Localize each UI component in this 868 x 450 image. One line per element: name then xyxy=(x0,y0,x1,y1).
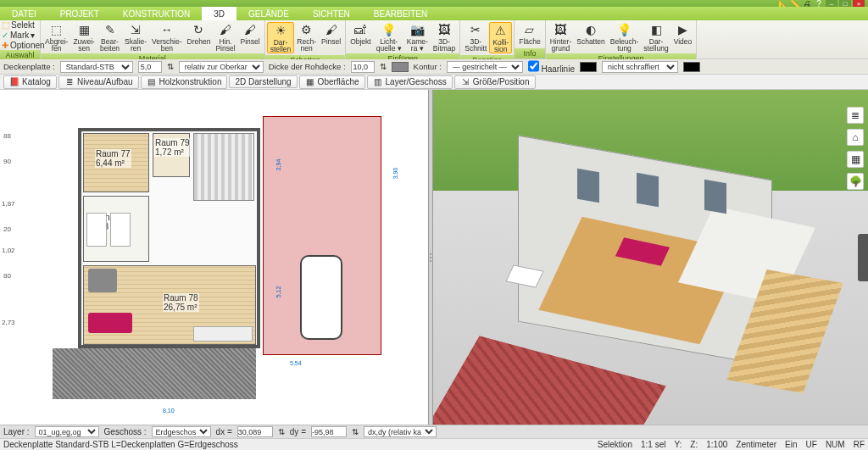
tool-icon[interactable]: 📐 xyxy=(778,0,788,7)
dy-input[interactable] xyxy=(311,426,347,437)
ribbon-label: Video xyxy=(674,38,693,45)
ribbon-kollision-button[interactable]: ⚠Kolli-sion xyxy=(489,22,512,53)
ribbon-hin.pinsel-button[interactable]: 🖌Hin.Pinsel xyxy=(213,22,237,52)
dim-label: 88 xyxy=(3,132,11,140)
ribbon-objekt-button[interactable]: 🛋Objekt xyxy=(348,22,374,45)
ribbon-icon: ⚙ xyxy=(299,22,314,37)
optionen-button[interactable]: ✚Optionen xyxy=(2,41,45,50)
status-text: Deckenplatte Standard-STB L=Deckenplatte… xyxy=(3,440,238,449)
2d-button[interactable]: 2D Darstellung xyxy=(229,75,297,88)
option-bar: Deckenplatte : Standard-STB ⇅ relativ zu… xyxy=(0,59,868,75)
color-swatch[interactable] xyxy=(580,62,597,72)
tool-icon[interactable]: 📏 xyxy=(790,0,800,7)
layer-button[interactable]: ▥Layer/Geschoss xyxy=(367,75,453,89)
palette-icon[interactable]: ▦ xyxy=(847,151,864,168)
ribbon-abgreifen-button[interactable]: ⬚Abgrei-fen xyxy=(42,22,70,52)
ribbon-pinsel-button[interactable]: 🖌Pinsel xyxy=(319,22,343,45)
ribbon-skalieren-button[interactable]: ⇲Skalie-ren xyxy=(122,22,149,52)
ribbon-icon: ▶ xyxy=(675,22,690,37)
menu-datei[interactable]: DATEI xyxy=(0,7,48,20)
color-swatch[interactable] xyxy=(683,62,700,72)
titlebar: 📐 📏 🖨 ? – □ × xyxy=(0,0,868,7)
ribbon-darstellen-button[interactable]: ☀Dar-stellen xyxy=(267,22,295,53)
ribbon-label: Beleuch-tung xyxy=(610,38,639,52)
room-name: Raum 78 xyxy=(164,293,198,303)
dim-label: 8,10 xyxy=(163,408,175,414)
menubar: DATEI PROJEKT KONSTRUKTION 3D GELÄNDE SI… xyxy=(0,7,868,20)
rohdecke-input[interactable] xyxy=(351,61,375,73)
menu-bearbeiten[interactable]: BEARBEITEN xyxy=(362,7,439,20)
menu-sichten[interactable]: SICHTEN xyxy=(301,7,362,20)
status-num: NUM xyxy=(826,440,845,449)
dim-label: 20 xyxy=(3,225,11,233)
ribbon-video-button[interactable]: ▶Video xyxy=(671,22,695,45)
dim-label: 80 xyxy=(3,272,11,280)
ribbon-label: Dar-stellen xyxy=(270,39,292,53)
menu-3d[interactable]: 3D xyxy=(202,7,236,20)
ribbon-3dbitmap-button[interactable]: 🖼3D-Bitmap xyxy=(431,22,458,52)
close-button[interactable]: × xyxy=(853,0,865,7)
status-ein: Ein xyxy=(785,440,797,449)
dim-label: 1,87 xyxy=(2,200,15,208)
tool-icon[interactable]: 🖨 xyxy=(802,0,812,7)
ribbon-fläche-button[interactable]: ▱Fläche xyxy=(516,22,543,45)
ribbon-zuweisen-button[interactable]: ▦Zuwei-sen xyxy=(70,22,97,52)
ribbon-lichtquelle-button[interactable]: 💡Licht-quelle ▾ xyxy=(374,22,404,52)
layers-icon[interactable]: ≣ xyxy=(847,107,864,124)
haarlinie-checkbox[interactable] xyxy=(528,60,539,72)
ribbon-rechnen-button[interactable]: ⚙Rech-nen xyxy=(294,22,319,52)
ribbon-label: Hin.Pinsel xyxy=(215,38,235,52)
maximize-button[interactable]: □ xyxy=(839,0,851,7)
size-icon: ⇲ xyxy=(460,77,470,87)
viewport-3d[interactable]: ≣ ⌂ ▦ 🌳 xyxy=(433,90,868,425)
kontur-select[interactable]: — gestrichelt — xyxy=(447,61,523,73)
geschoss-select[interactable]: Erdgeschos xyxy=(152,426,211,437)
thickness-input[interactable] xyxy=(138,61,162,73)
home-icon[interactable]: ⌂ xyxy=(847,129,864,146)
viewport-2d[interactable]: Raum 776,44 m² Raum 791,72 m² Raum 8110,… xyxy=(0,90,428,425)
katalog-button[interactable]: 📕Katalog xyxy=(3,75,57,89)
color-swatch[interactable] xyxy=(392,62,409,72)
ribbon-beleuchtung-button[interactable]: 💡Beleuch-tung xyxy=(608,22,642,52)
menu-konstruktion[interactable]: KONSTRUKTION xyxy=(111,7,202,20)
ribbon-label: Abgrei-fen xyxy=(45,38,68,52)
ribbon-verschieben-button[interactable]: ↔Verschie-ben xyxy=(149,22,184,52)
menu-projekt[interactable]: PROJEKT xyxy=(48,7,111,20)
selekt-button[interactable]: ⬚Selekt xyxy=(2,20,35,30)
ribbon-icon: 🖌 xyxy=(242,22,258,37)
dxdy-select[interactable]: dx,dy (relativ ka xyxy=(364,426,437,437)
side-handle[interactable] xyxy=(858,234,868,281)
minimize-button[interactable]: – xyxy=(826,0,837,7)
layer-select[interactable]: 01_ug,eg,og xyxy=(35,426,99,437)
ribbon-icon: ▦ xyxy=(76,22,92,37)
ribbon-icon: 💡 xyxy=(381,22,397,37)
deckenplatte-label: Deckenplatte : xyxy=(3,62,55,71)
dx-input[interactable] xyxy=(237,426,273,437)
menu-gelaende[interactable]: GELÄNDE xyxy=(236,7,301,20)
oberflaeche-button[interactable]: ▦Oberfläche xyxy=(299,75,365,89)
ribbon-drehen-button[interactable]: ↻Drehen xyxy=(185,22,214,45)
schraffiert-select[interactable]: nicht schraffiert xyxy=(602,61,678,73)
ribbon-pinsel-button[interactable]: 🖌Pinsel xyxy=(238,22,263,45)
dim-label: 2,94 xyxy=(275,159,281,171)
ribbon-3dschnitt-button[interactable]: ✂3D-Schnitt xyxy=(462,22,489,52)
ribbon-darstellung-button[interactable]: ◧Dar-stellung xyxy=(641,22,670,52)
deckenplatte-select[interactable]: Standard-STB xyxy=(60,61,133,73)
status-selektion: Selektion xyxy=(598,440,632,449)
mark-button[interactable]: ✓Mark▾ xyxy=(2,31,35,40)
help-icon[interactable]: ? xyxy=(814,0,824,7)
ribbon-label: Schatten xyxy=(576,38,605,45)
status-unit: Zentimeter xyxy=(736,440,776,449)
dim-label: 3,90 xyxy=(392,168,398,180)
tree-icon[interactable]: 🌳 xyxy=(847,173,864,190)
groesse-button[interactable]: ⇲Größe/Position xyxy=(454,75,536,89)
niveau-button[interactable]: ≣Niveau/Aufbau xyxy=(58,75,139,89)
holz-button[interactable]: ▤Holzkonstruktion xyxy=(141,75,228,89)
kontur-label: Kontur : xyxy=(414,62,442,71)
ribbon-bearbeiten-button[interactable]: ✎Bear-beiten xyxy=(97,22,122,52)
relative-select[interactable]: relativ zur Oberkan xyxy=(179,61,264,73)
ribbon-label: Kame-ra ▾ xyxy=(407,38,428,52)
ribbon-schatten-button[interactable]: ◐Schatten xyxy=(574,22,608,45)
ribbon-hintergrund-button[interactable]: 🖼Hinter-grund xyxy=(548,22,575,52)
ribbon-kamera-button[interactable]: 📷Kame-ra ▾ xyxy=(404,22,431,52)
